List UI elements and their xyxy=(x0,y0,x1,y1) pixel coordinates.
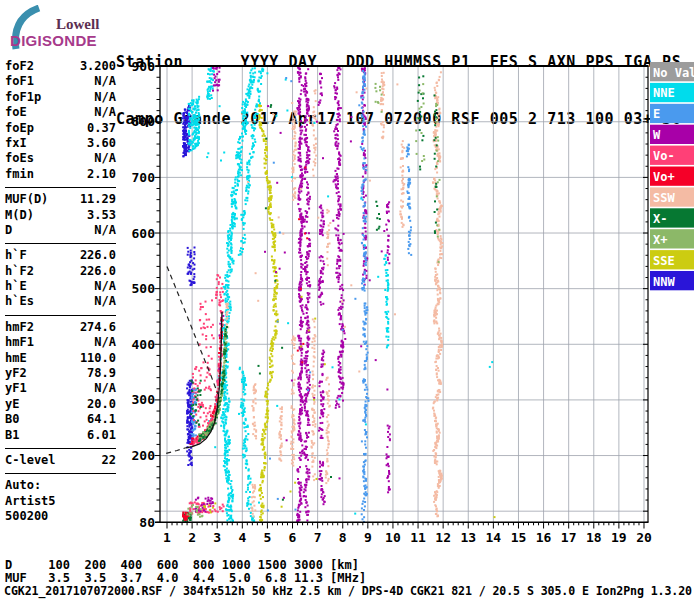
legend-label: SSW xyxy=(653,191,675,205)
svg-text:900: 900 xyxy=(132,59,156,74)
svg-text:8: 8 xyxy=(339,530,347,545)
grid xyxy=(160,66,648,522)
d-scale-row: D 100 200 400 600 800 1000 1500 3000 [km… xyxy=(5,558,359,572)
svg-text:7: 7 xyxy=(314,530,322,545)
svg-text:20: 20 xyxy=(636,530,652,545)
svg-text:600: 600 xyxy=(132,226,156,241)
trace-dashed-lead xyxy=(166,448,186,454)
svg-text:200: 200 xyxy=(132,448,156,463)
svg-text:4: 4 xyxy=(238,530,246,545)
legend-label: E xyxy=(653,107,660,121)
svg-text:9: 9 xyxy=(364,530,372,545)
legend-label: W xyxy=(653,128,661,142)
svg-text:13: 13 xyxy=(460,530,476,545)
svg-text:18: 18 xyxy=(586,530,602,545)
echo-dots xyxy=(182,66,496,523)
muf-row: MUF 3.5 3.5 3.7 4.0 4.4 5.0 6.8 11.3 [MH… xyxy=(5,571,366,585)
legend-label: No Val xyxy=(653,66,696,80)
svg-text:1: 1 xyxy=(163,530,171,545)
svg-text:800: 800 xyxy=(132,114,156,129)
svg-text:3: 3 xyxy=(213,530,221,545)
svg-text:17: 17 xyxy=(561,530,577,545)
legend-label: NNW xyxy=(653,275,675,289)
svg-text:80: 80 xyxy=(139,515,155,530)
svg-text:300: 300 xyxy=(132,392,156,407)
svg-text:5: 5 xyxy=(264,530,272,545)
direction-legend: No ValNNEEWVo-Vo+SSWX-X+SSENNW xyxy=(650,62,696,290)
svg-text:16: 16 xyxy=(536,530,552,545)
legend-label: SSE xyxy=(653,254,675,268)
svg-text:700: 700 xyxy=(132,170,156,185)
svg-text:2: 2 xyxy=(188,530,196,545)
x-axis-labels: 1234567891011121314151617181920 xyxy=(163,530,652,545)
legend-label: Vo- xyxy=(653,149,675,163)
legend-label: Vo+ xyxy=(653,170,675,184)
svg-text:19: 19 xyxy=(611,530,627,545)
legend-label: X+ xyxy=(653,233,667,247)
y-axis-labels: 90080070060050040030020080 xyxy=(132,59,156,530)
svg-text:12: 12 xyxy=(435,530,451,545)
svg-text:6: 6 xyxy=(289,530,297,545)
plot-frame xyxy=(155,66,649,522)
svg-text:14: 14 xyxy=(486,530,502,545)
svg-text:10: 10 xyxy=(385,530,401,545)
svg-text:400: 400 xyxy=(132,337,156,352)
legend-label: NNE xyxy=(653,86,675,100)
ionogram-plot: 9008007006005004003002008012345678910111… xyxy=(0,0,700,600)
file-info-line: CGK21_2017107072000.RSF / 384fx512h 50 k… xyxy=(4,584,692,598)
svg-text:11: 11 xyxy=(410,530,426,545)
legend-label: X- xyxy=(653,212,667,226)
svg-text:500: 500 xyxy=(132,281,156,296)
svg-text:15: 15 xyxy=(511,530,527,545)
